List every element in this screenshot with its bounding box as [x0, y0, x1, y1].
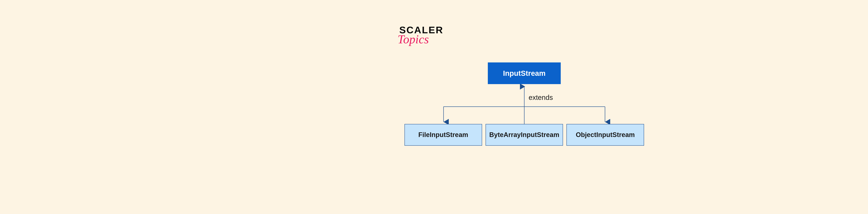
parent-class-label: InputStream [503, 69, 546, 77]
child-class-label: ByteArrayInputStream [489, 131, 559, 139]
children-row: FileInputStream ByteArrayInputStream Obj… [404, 124, 644, 146]
scaler-topics-logo: SCALER Topics [399, 24, 443, 46]
child-class-label: ObjectInputStream [576, 131, 635, 139]
parent-class-box: InputStream [488, 63, 561, 84]
connector-lines [404, 84, 644, 124]
child-class-box-bytearrayinputstream: ByteArrayInputStream [486, 124, 563, 146]
child-class-box-fileinputstream: FileInputStream [404, 124, 482, 146]
relationship-label: extends [529, 94, 553, 102]
connector-area: extends [404, 84, 644, 124]
inheritance-diagram: InputStream [404, 63, 644, 146]
child-class-box-objectinputstream: ObjectInputStream [566, 124, 644, 146]
child-class-label: FileInputStream [418, 131, 468, 139]
